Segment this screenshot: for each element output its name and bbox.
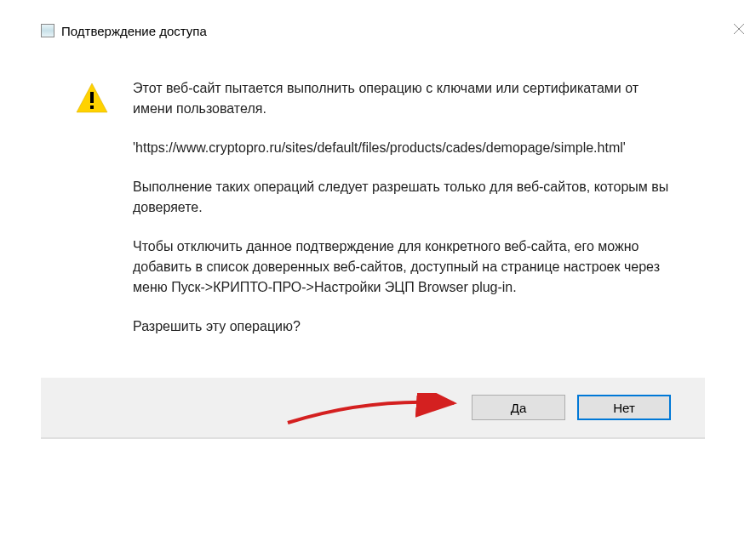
confirmation-dialog: Подтверждение доступа Этот веб-сайт пыта… — [41, 17, 705, 437]
warning-text: Выполнение таких операций следует разреш… — [133, 177, 671, 218]
message-body: Этот веб-сайт пытается выполнить операци… — [133, 78, 671, 337]
yes-button[interactable]: Да — [472, 395, 565, 420]
no-button[interactable]: Нет — [577, 395, 671, 420]
titlebar: Подтверждение доступа — [41, 17, 705, 44]
intro-text: Этот веб-сайт пытается выполнить операци… — [133, 78, 671, 119]
divider — [41, 437, 705, 439]
warning-icon — [75, 82, 109, 116]
close-icon[interactable] — [722, 17, 756, 41]
instructions-text: Чтобы отключить данное подтверждение для… — [133, 236, 671, 298]
pointer-arrow-icon — [284, 393, 462, 427]
dialog-content: Этот веб-сайт пытается выполнить операци… — [41, 44, 705, 354]
question-text: Разрешить эту операцию? — [133, 316, 671, 337]
button-bar: Да Нет — [41, 378, 705, 437]
svg-rect-3 — [90, 92, 94, 103]
url-text: 'https://www.cryptopro.ru/sites/default/… — [133, 138, 671, 158]
app-icon — [41, 24, 54, 37]
dialog-title: Подтверждение доступа — [61, 24, 698, 38]
svg-rect-4 — [90, 105, 94, 109]
